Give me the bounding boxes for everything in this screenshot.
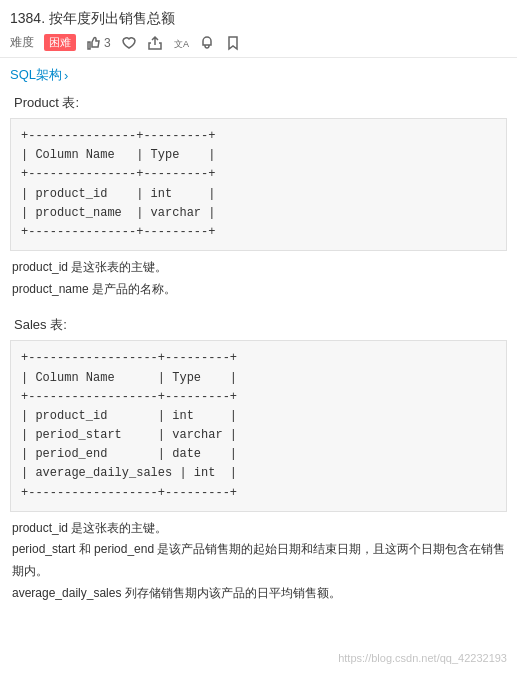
product-table-label: Product 表: bbox=[10, 94, 507, 112]
chevron-right-icon: › bbox=[64, 68, 68, 83]
heart-button[interactable] bbox=[121, 35, 137, 51]
product-note-1: product_id 是这张表的主键。 bbox=[12, 257, 507, 279]
sales-table-label: Sales 表: bbox=[10, 316, 507, 334]
sales-note-2: period_start 和 period_end 是该产品销售期的起始日期和结… bbox=[12, 539, 507, 582]
translate-icon: 文A bbox=[173, 35, 189, 51]
product-notes: product_id 是这张表的主键。 product_name 是产品的名称。 bbox=[10, 257, 507, 300]
sales-schema-box: +------------------+---------+ | Column … bbox=[10, 340, 507, 512]
header: 1384. 按年度列出销售总额 难度 困难 3 文A bbox=[0, 0, 517, 58]
product-note-2: product_name 是产品的名称。 bbox=[12, 279, 507, 301]
sales-note-1: product_id 是这张表的主键。 bbox=[12, 518, 507, 540]
product-table-section: Product 表: +---------------+---------+ |… bbox=[10, 94, 507, 300]
page-title: 1384. 按年度列出销售总额 bbox=[10, 10, 175, 28]
sales-table-section: Sales 表: +------------------+---------+ … bbox=[10, 316, 507, 604]
like-count: 3 bbox=[104, 36, 111, 50]
difficulty-label: 难度 bbox=[10, 34, 34, 51]
heart-icon bbox=[121, 35, 137, 51]
bell-icon bbox=[199, 35, 215, 51]
like-button[interactable]: 3 bbox=[86, 35, 111, 51]
sql-arch-link[interactable]: SQL架构 › bbox=[10, 66, 68, 84]
product-schema-box: +---------------+---------+ | Column Nam… bbox=[10, 118, 507, 251]
sales-note-3: average_daily_sales 列存储销售期内该产品的日平均销售额。 bbox=[12, 583, 507, 605]
share-icon bbox=[147, 35, 163, 51]
bell-button[interactable] bbox=[199, 35, 215, 51]
sql-arch-text: SQL架构 bbox=[10, 66, 62, 84]
sales-notes: product_id 是这张表的主键。 period_start 和 perio… bbox=[10, 518, 507, 604]
translate-button[interactable]: 文A bbox=[173, 35, 189, 51]
bookmark-icon bbox=[225, 35, 241, 51]
watermark: https://blog.csdn.net/qq_42232193 bbox=[338, 652, 507, 664]
difficulty-badge: 困难 bbox=[44, 34, 76, 51]
svg-text:文A: 文A bbox=[174, 39, 189, 49]
title-row: 1384. 按年度列出销售总额 bbox=[10, 10, 507, 28]
like-icon bbox=[86, 35, 102, 51]
share-button[interactable] bbox=[147, 35, 163, 51]
bookmark-button[interactable] bbox=[225, 35, 241, 51]
content: SQL架构 › Product 表: +---------------+----… bbox=[0, 58, 517, 628]
toolbar-row: 难度 困难 3 文A bbox=[10, 34, 507, 51]
